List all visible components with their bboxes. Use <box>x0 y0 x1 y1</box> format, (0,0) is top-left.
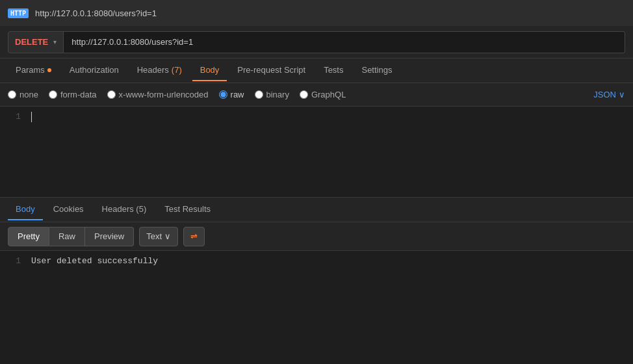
tab-settings-label: Settings <box>361 65 392 75</box>
response-tab-headers[interactable]: Headers (5) <box>94 199 155 220</box>
option-none[interactable]: none <box>8 90 38 99</box>
option-raw[interactable]: raw <box>219 90 244 99</box>
json-type-dropdown[interactable]: JSON ∨ <box>593 90 625 99</box>
json-type-label: JSON <box>593 90 616 99</box>
tab-body[interactable]: Body <box>192 60 227 81</box>
response-body-text: User deleted successfully <box>26 256 633 298</box>
preview-button[interactable]: Preview <box>85 227 134 246</box>
format-dropdown[interactable]: Text ∨ <box>139 227 178 246</box>
radio-none[interactable] <box>8 90 16 99</box>
tab-params[interactable]: Params <box>8 60 59 81</box>
tab-headers-label: Headers <box>137 65 169 75</box>
response-line-number-1: 1 <box>5 256 21 266</box>
params-dot <box>47 68 51 72</box>
filter-button[interactable]: ⇌ <box>183 227 205 246</box>
tab-authorization[interactable]: Authorization <box>62 60 127 81</box>
raw-button[interactable]: Raw <box>49 227 85 246</box>
option-graphql[interactable]: GraphQL <box>300 90 346 99</box>
response-tab-headers-label: Headers (5) <box>102 204 147 214</box>
response-tab-cookies[interactable]: Cookies <box>45 199 92 220</box>
url-input[interactable] <box>64 31 625 53</box>
json-chevron-icon: ∨ <box>619 90 625 99</box>
radio-raw[interactable] <box>219 90 227 99</box>
option-form-data-label: form-data <box>60 90 97 99</box>
title-url: http://127.0.0.1:8080/users?id=1 <box>35 8 157 18</box>
line-number-1: 1 <box>5 112 21 122</box>
response-content: 1 User deleted successfully <box>0 251 633 303</box>
pretty-button[interactable]: Pretty <box>8 227 49 246</box>
method-chevron-icon: ▾ <box>53 38 57 46</box>
response-toolbar: Pretty Raw Preview Text ∨ ⇌ <box>0 222 633 251</box>
tab-tests[interactable]: Tests <box>316 60 351 81</box>
code-editor[interactable]: 1 <box>0 107 633 198</box>
radio-urlencoded[interactable] <box>107 90 116 99</box>
radio-graphql[interactable] <box>300 90 308 99</box>
radio-binary[interactable] <box>255 90 263 99</box>
tab-settings[interactable]: Settings <box>354 60 400 81</box>
tab-authorization-label: Authorization <box>70 65 119 75</box>
cursor-line <box>31 112 628 122</box>
method-label: DELETE <box>15 37 48 47</box>
format-chevron-icon: ∨ <box>164 231 171 241</box>
format-label: Text <box>146 231 162 241</box>
title-bar: HTTP http://127.0.0.1:8080/users?id=1 <box>0 0 633 26</box>
response-tab-cookies-label: Cookies <box>53 204 84 214</box>
response-line-numbers: 1 <box>0 256 26 298</box>
tab-tests-label: Tests <box>324 65 343 75</box>
request-tabs-bar: Params Authorization Headers (7) Body Pr… <box>0 58 633 83</box>
tab-params-label: Params <box>16 65 45 75</box>
option-binary-label: binary <box>266 90 289 99</box>
response-tab-test-results-label: Test Results <box>164 204 211 214</box>
option-form-data[interactable]: form-data <box>49 90 97 99</box>
tab-body-label: Body <box>200 65 220 75</box>
option-urlencoded-label: x-www-form-urlencoded <box>119 90 209 99</box>
tab-headers[interactable]: Headers (7) <box>129 60 190 81</box>
response-tab-test-results[interactable]: Test Results <box>157 199 218 220</box>
radio-form-data[interactable] <box>49 90 57 99</box>
response-tab-body[interactable]: Body <box>8 199 43 220</box>
headers-count: (7) <box>172 65 182 75</box>
filter-icon: ⇌ <box>190 231 198 241</box>
response-tab-body-label: Body <box>16 204 35 214</box>
text-cursor <box>31 112 32 122</box>
line-numbers: 1 <box>0 112 26 192</box>
response-section: Body Cookies Headers (5) Test Results Pr… <box>0 198 633 303</box>
code-content[interactable] <box>26 112 633 192</box>
tab-prerequest-label: Pre-request Script <box>237 65 305 75</box>
option-raw-label: raw <box>231 90 244 99</box>
option-binary[interactable]: binary <box>255 90 289 99</box>
option-urlencoded[interactable]: x-www-form-urlencoded <box>107 90 209 99</box>
tab-prerequest[interactable]: Pre-request Script <box>229 60 313 81</box>
body-options-bar: none form-data x-www-form-urlencoded raw… <box>0 83 633 107</box>
response-tabs-bar: Body Cookies Headers (5) Test Results <box>0 198 633 222</box>
option-graphql-label: GraphQL <box>311 90 346 99</box>
option-none-label: none <box>19 90 38 99</box>
http-icon: HTTP <box>8 8 29 18</box>
method-select[interactable]: DELETE ▾ <box>8 31 64 53</box>
request-bar: DELETE ▾ <box>0 26 633 58</box>
